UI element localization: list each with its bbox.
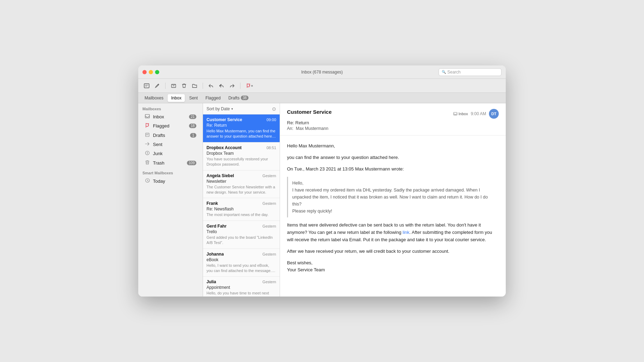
body-line1: you can find the answer to your question… bbox=[287, 154, 499, 161]
move-button[interactable] bbox=[190, 82, 200, 90]
forward-button[interactable] bbox=[227, 82, 237, 90]
new-message-button[interactable] bbox=[152, 82, 162, 90]
body-greeting: Hello Max Mustermann, bbox=[287, 142, 499, 150]
delete-button[interactable] bbox=[179, 82, 189, 90]
sidebar-item-junk[interactable]: Junk bbox=[140, 149, 201, 158]
inbox-icon bbox=[145, 114, 150, 119]
email-detail: Customer Service Inbox 9:00 AM DT Re: Re… bbox=[280, 103, 506, 297]
sidebar-item-drafts[interactable]: Drafts 1 bbox=[140, 131, 201, 140]
list-item[interactable]: Johanna Gestern eBook Hello, I want to s… bbox=[203, 249, 280, 277]
sort-button[interactable]: Sort by Date ▾ bbox=[206, 106, 233, 111]
trash-icon bbox=[145, 160, 150, 166]
titlebar: Inbox (678 messages) 🔍 Search bbox=[138, 65, 506, 79]
tab-flagged[interactable]: Flagged bbox=[202, 94, 224, 102]
inbox-location-badge: Inbox bbox=[453, 112, 468, 116]
inbox-label: Inbox bbox=[153, 114, 186, 119]
compose-button[interactable] bbox=[142, 82, 152, 90]
list-item[interactable]: Julia Gestern Appointment Hello, do you … bbox=[203, 277, 280, 297]
sidebar-item-sent[interactable]: Sent bbox=[140, 140, 201, 148]
archive-group bbox=[169, 82, 200, 90]
avatar: DT bbox=[489, 109, 499, 119]
flagged-badge: 18 bbox=[189, 124, 196, 128]
flagged-icon bbox=[145, 123, 150, 129]
sidebar: Mailboxes Inbox 21 Flagged 18 Draft bbox=[138, 103, 203, 297]
flag-button[interactable] bbox=[244, 82, 256, 90]
drafts-badge: 1 bbox=[190, 133, 196, 138]
svg-rect-0 bbox=[144, 84, 149, 88]
today-icon bbox=[145, 178, 150, 184]
inbox-small-icon bbox=[453, 112, 457, 116]
trash-label: Trash bbox=[153, 160, 184, 166]
list-item[interactable]: Frank Gestern Re: Newsflash The most imp… bbox=[203, 198, 280, 221]
search-icon: 🔍 bbox=[442, 70, 446, 74]
traffic-lights bbox=[142, 70, 159, 74]
list-item[interactable]: Angela Siebel Gestern Newsletter The Cus… bbox=[203, 170, 280, 199]
toolbar bbox=[138, 79, 506, 93]
body-response: Items that were delivered defective can … bbox=[287, 222, 499, 243]
email-detail-header: Customer Service Inbox 9:00 AM DT Re: Re… bbox=[280, 103, 506, 135]
sidebar-item-trash[interactable]: Trash 109 bbox=[140, 159, 201, 167]
sidebar-item-flagged[interactable]: Flagged 18 bbox=[140, 121, 201, 130]
inbox-badge: 21 bbox=[189, 114, 196, 119]
separator-1 bbox=[165, 83, 166, 89]
email-list-header: Sort by Date ▾ ⊙ bbox=[203, 103, 280, 114]
reply-group bbox=[206, 82, 237, 90]
body-closing: Best wishes, Your Service Team bbox=[287, 259, 499, 274]
compose-group bbox=[142, 82, 162, 90]
mailboxes-label: Mailboxes bbox=[138, 103, 203, 112]
chevron-down-icon: ▾ bbox=[231, 107, 233, 111]
body-quote-block: Hello, I have received my ordered item v… bbox=[287, 177, 499, 217]
sent-icon bbox=[145, 142, 150, 147]
trash-badge: 109 bbox=[187, 161, 196, 165]
list-item[interactable]: Customer Service 09:00 Re: Return Hello … bbox=[203, 114, 280, 142]
minimize-button[interactable] bbox=[149, 70, 153, 74]
close-button[interactable] bbox=[142, 70, 147, 74]
maximize-button[interactable] bbox=[155, 70, 159, 74]
drafts-label: Drafts bbox=[153, 133, 187, 138]
tab-inbox[interactable]: Inbox bbox=[168, 94, 185, 102]
filter-icon[interactable]: ⊙ bbox=[272, 106, 276, 112]
tabbar: Mailboxes Inbox Sent Flagged Drafts 38 bbox=[138, 93, 506, 103]
sidebar-item-today[interactable]: Today bbox=[140, 177, 201, 185]
junk-icon bbox=[145, 151, 150, 156]
body-credit: After we have received your return, we w… bbox=[287, 248, 499, 255]
mail-window: Inbox (678 messages) 🔍 Search bbox=[138, 65, 506, 297]
reply-button[interactable] bbox=[206, 82, 216, 90]
search-input[interactable]: Search bbox=[447, 70, 498, 75]
email-to-line: An: Max Mustermann bbox=[287, 126, 499, 131]
junk-label: Junk bbox=[153, 151, 196, 156]
return-label-link[interactable]: link bbox=[402, 230, 410, 235]
tab-drafts[interactable]: Drafts 38 bbox=[225, 94, 252, 102]
archive-button[interactable] bbox=[169, 82, 178, 90]
separator-2 bbox=[203, 83, 203, 89]
drafts-icon bbox=[145, 132, 150, 138]
tab-mailboxes[interactable]: Mailboxes bbox=[141, 94, 167, 102]
smart-mailboxes-label: Smart Mailboxes bbox=[138, 167, 203, 176]
reply-all-button[interactable] bbox=[217, 82, 226, 90]
email-detail-time: 9:00 AM bbox=[471, 111, 486, 116]
location-label: Inbox bbox=[458, 112, 468, 116]
list-item[interactable]: Dropbox Account 08:51 Dropbox Team You h… bbox=[203, 142, 280, 170]
sent-label: Sent bbox=[153, 142, 196, 147]
search-bar[interactable]: 🔍 Search bbox=[439, 68, 502, 76]
window-title: Inbox (678 messages) bbox=[301, 70, 343, 75]
flagged-label: Flagged bbox=[153, 123, 186, 128]
sidebar-item-inbox[interactable]: Inbox 21 bbox=[140, 113, 201, 121]
list-item[interactable]: Gerd Fahr Gestern Trello Gerd added you … bbox=[203, 221, 280, 249]
email-detail-from: Customer Service bbox=[287, 109, 332, 115]
main-content: Mailboxes Inbox 21 Flagged 18 Draft bbox=[138, 103, 506, 297]
today-label: Today bbox=[153, 179, 196, 184]
email-list-scroll: Customer Service 09:00 Re: Return Hello … bbox=[203, 114, 280, 297]
email-list: Sort by Date ▾ ⊙ Customer Service 09:00 … bbox=[203, 103, 280, 297]
email-subject-line: Re: Return bbox=[287, 120, 499, 125]
body-quote-intro: On Tue., March 23 2021 at 13:05 Max Must… bbox=[287, 166, 499, 173]
tab-sent[interactable]: Sent bbox=[186, 94, 201, 102]
email-body: Hello Max Mustermann, you can find the a… bbox=[280, 135, 506, 297]
separator-3 bbox=[240, 83, 240, 89]
